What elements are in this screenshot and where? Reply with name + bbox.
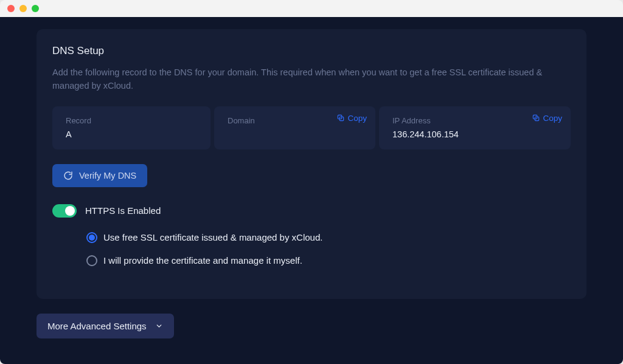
dns-record-value: A: [66, 129, 72, 139]
window-minimize-button[interactable]: [19, 5, 27, 12]
copy-domain-button[interactable]: Copy: [336, 114, 367, 123]
dns-record-cell: Record A: [52, 106, 211, 149]
https-toggle-row: HTTPS Is Enabled: [52, 204, 571, 218]
copy-domain-label: Copy: [347, 114, 367, 123]
radio-icon: [86, 232, 97, 243]
toggle-knob: [65, 206, 75, 216]
card-title: DNS Setup: [52, 45, 571, 57]
dns-setup-card: DNS Setup Add the following record to th…: [37, 29, 586, 299]
refresh-icon: [63, 171, 73, 180]
dns-record-label: Record: [66, 116, 197, 125]
more-advanced-settings-button[interactable]: More Advanced Settings: [37, 314, 174, 338]
ssl-option-free[interactable]: Use free SSL certificate issued & manage…: [86, 232, 571, 243]
app-body: DNS Setup Add the following record to th…: [0, 17, 623, 364]
window-zoom-button[interactable]: [32, 5, 39, 12]
window-close-button[interactable]: [7, 5, 15, 12]
ssl-radio-group: Use free SSL certificate issued & manage…: [52, 232, 571, 283]
card-description: Add the following record to the DNS for …: [52, 66, 571, 93]
https-toggle[interactable]: [52, 204, 77, 218]
dns-ip-value: 136.244.106.154: [392, 129, 459, 139]
radio-icon: [86, 255, 97, 266]
chevron-down-icon: [155, 322, 163, 330]
dns-ip-cell: Copy IP Address 136.244.106.154: [379, 106, 571, 149]
copy-icon: [336, 114, 345, 122]
copy-ip-label: Copy: [543, 114, 562, 123]
https-toggle-label: HTTPS Is Enabled: [85, 205, 161, 216]
ssl-option-free-label: Use free SSL certificate issued & manage…: [103, 232, 322, 242]
verify-dns-button[interactable]: Verify My DNS: [52, 164, 147, 187]
verify-dns-label: Verify My DNS: [79, 171, 136, 180]
dns-domain-cell: Copy Domain: [214, 106, 375, 149]
more-advanced-settings-label: More Advanced Settings: [47, 321, 147, 331]
ssl-option-self[interactable]: I will provide the certificate and manag…: [86, 255, 571, 266]
ssl-option-self-label: I will provide the certificate and manag…: [103, 255, 302, 266]
window-titlebar: [0, 0, 623, 17]
copy-icon: [532, 114, 540, 122]
copy-ip-button[interactable]: Copy: [532, 114, 562, 123]
dns-info-row: Record A Copy Domain Copy: [52, 106, 571, 149]
